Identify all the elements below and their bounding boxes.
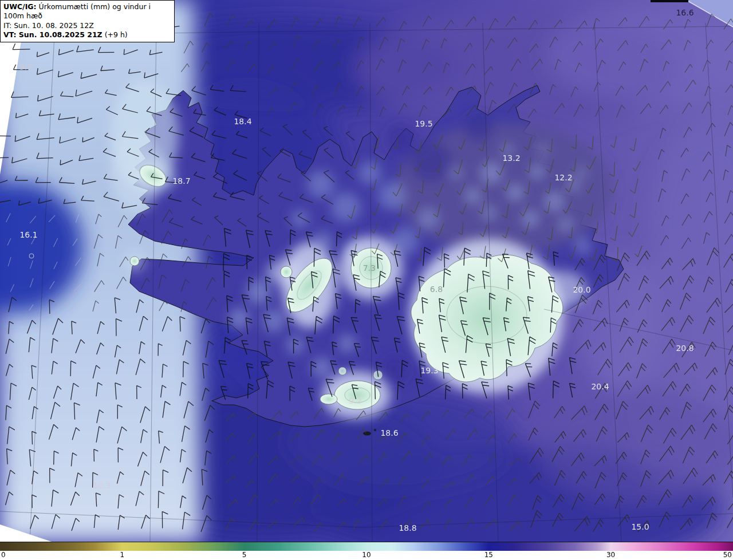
wind-barb: [463, 519, 474, 530]
wind-barb: [53, 238, 58, 247]
wind-barb: [242, 341, 249, 354]
wind-barb: [379, 37, 388, 50]
wind-barb: [93, 472, 98, 487]
wind-barb: [266, 380, 274, 399]
wind-barb: [53, 318, 63, 335]
wind-barb: [424, 87, 432, 94]
wind-barb: [357, 37, 364, 49]
wind-barb: [528, 337, 536, 355]
wind-barb: [572, 406, 588, 420]
wind-barb: [353, 17, 361, 27]
wind-barb: [15, 136, 30, 142]
wind-barb: [183, 512, 191, 529]
wind-barb: [706, 40, 713, 49]
wind-barb: [7, 449, 13, 464]
wind-barb: [482, 179, 488, 192]
wind-barb: [444, 20, 454, 30]
wind-barb: [194, 172, 206, 179]
wind-barb: [616, 300, 629, 312]
wind-barb: [7, 427, 15, 444]
wind-barb: [356, 498, 364, 506]
wind-barb: [224, 337, 231, 353]
wind-barb: [637, 520, 649, 532]
wind-barb: [6, 492, 13, 505]
wind-barb: [246, 318, 252, 334]
wind-barb: [704, 211, 712, 222]
wind-barb: [211, 153, 225, 160]
wind-barb: [96, 493, 100, 507]
wind-barb: [215, 216, 223, 225]
wind-barb: [337, 232, 342, 247]
wind-barb: [706, 192, 714, 202]
wind-barb: [594, 255, 606, 270]
wind-barb: [30, 261, 33, 269]
wind-barb: [376, 59, 385, 70]
wind-barb: [724, 387, 733, 401]
wind-barb: [334, 452, 342, 462]
wind-barb: [93, 365, 100, 378]
wind-barb: [683, 468, 697, 484]
wind-barb: [219, 360, 227, 378]
wind-barb: [704, 424, 717, 439]
wind-barb: [458, 222, 463, 235]
wind-barb: [547, 139, 552, 152]
wind-barb: [394, 251, 401, 267]
wind-barb: [503, 254, 510, 269]
wind-barb: [446, 429, 456, 441]
wind-barb: [660, 128, 667, 139]
wind-barb: [162, 317, 172, 332]
wind-barb: [115, 345, 121, 357]
wind-barb: [415, 140, 422, 154]
wind-barb: [314, 478, 322, 487]
wind-barb: [724, 254, 733, 267]
wind-barb: [346, 132, 354, 140]
wind-barb: [36, 178, 51, 183]
wind-barb: [682, 214, 692, 226]
wind-barb: [76, 214, 79, 223]
wind-barb: [610, 226, 617, 240]
wind-barb: [224, 41, 233, 49]
wind-barb: [51, 402, 61, 419]
wind-barb: [141, 471, 149, 486]
wind-barb: [52, 338, 58, 353]
wind-barb: [637, 385, 651, 399]
wind-barb: [245, 41, 251, 50]
wind-barb: [380, 107, 386, 117]
wind-barb: [620, 318, 628, 332]
wind-barb: [442, 337, 448, 353]
wind-barb: [618, 18, 627, 26]
wind-barb: [417, 179, 423, 193]
wind-barb: [141, 278, 149, 290]
wind-barb: [456, 183, 465, 195]
wind-barb: [619, 62, 626, 71]
wind-barb: [663, 61, 669, 72]
wind-barb: [49, 424, 58, 439]
wind-barb: [184, 41, 194, 53]
wind-barb: [202, 470, 207, 486]
wind-barb: [77, 46, 94, 52]
wind-barb: [270, 255, 275, 270]
wind-barb: [6, 339, 14, 354]
wind-barb: [545, 182, 551, 193]
wind-barb: [159, 431, 163, 443]
wind-barb: [72, 428, 80, 440]
wind-barb: [226, 456, 235, 464]
wind-barb: [433, 135, 443, 148]
wind-barb: [302, 130, 312, 140]
wind-barb: [117, 472, 124, 484]
wind-barb: [617, 253, 630, 271]
wind-barb: [50, 281, 55, 289]
valid-offset: (+9 h): [103, 30, 128, 39]
wind-barb: [136, 491, 144, 506]
wind-barb: [442, 410, 450, 418]
wind-barb: [180, 449, 186, 463]
wind-barb: [248, 435, 256, 444]
wind-barb: [170, 108, 183, 116]
wind-barb: [467, 429, 478, 440]
wind-barb: [376, 17, 385, 26]
wind-barb: [183, 340, 191, 355]
wind-barb: [246, 480, 254, 487]
wind-barb: [118, 515, 124, 530]
wind-barb: [140, 257, 150, 270]
wind-barb: [141, 515, 150, 529]
